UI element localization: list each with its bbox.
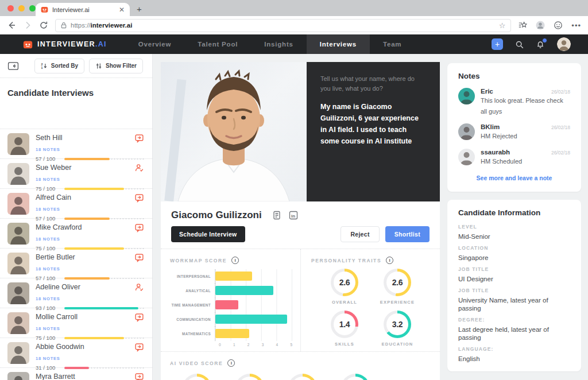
candidate-summary: Bertie Butler 18 NOTES 57 / 100	[36, 253, 144, 278]
info-field-value: Singapore	[458, 254, 570, 262]
browser-menu-icon[interactable]: •••	[571, 21, 581, 30]
nav-menu-item[interactable]: Talent Pool	[184, 34, 251, 54]
candidate-list-item[interactable]: Seth Hill 18 NOTES 57 / 100	[0, 129, 152, 159]
back-icon[interactable]	[7, 21, 16, 30]
reject-button[interactable]: Reject	[341, 226, 379, 242]
info-field: JOB TITLE University Name, latest year o…	[458, 288, 570, 312]
score-progress-track	[64, 277, 144, 280]
candidate-status[interactable]	[134, 133, 144, 143]
nav-menu-item[interactable]: Insights	[251, 34, 307, 54]
linkedin-icon[interactable]: in	[289, 211, 298, 220]
candidate-notes-count: 18 NOTES	[36, 177, 60, 182]
collapse-panel-icon[interactable]	[7, 61, 19, 71]
workmap-bar-fill	[215, 300, 238, 309]
candidate-score: 57 / 100	[36, 156, 60, 162]
show-filter-button[interactable]: Show Filter	[89, 59, 143, 73]
bookmark-star-icon[interactable]: ☆	[499, 22, 506, 29]
candidate-status[interactable]	[134, 312, 144, 322]
workmap-category-label: MATHEMATICS	[170, 332, 215, 336]
candidate-list-item[interactable]: Mike Crawford 18 NOTES 75 / 100	[0, 219, 152, 249]
info-field: LOCATION Singapore	[458, 245, 570, 262]
candidate-list-item[interactable]: Adeline Oliver 18 NOTES 93 / 100	[0, 278, 152, 308]
smiley-icon[interactable]	[554, 21, 563, 30]
see-more-link[interactable]: See more and leave a note	[458, 175, 570, 181]
maximize-window-button[interactable]	[29, 5, 36, 11]
workmap-bar-track	[215, 269, 292, 284]
info-field-value: University Name, latest year of passing	[458, 296, 570, 312]
candidate-name: Adeline Oliver	[36, 282, 80, 291]
bookmarks-list-icon[interactable]	[518, 21, 527, 30]
nav-menu-item[interactable]: Interviews	[307, 34, 370, 54]
url-field[interactable]: https://interviewer.ai ☆	[55, 19, 511, 32]
sorted-by-button[interactable]: 21 Sorted By	[34, 59, 84, 73]
workmap-bar-track	[215, 312, 292, 327]
notifications-button[interactable]	[536, 40, 545, 49]
brand-logo[interactable]: INTERVIEWER.AI	[0, 34, 117, 54]
candidate-name: Seth Hill	[36, 133, 63, 142]
workmap-score-title: WORKMAP SCORE	[170, 258, 227, 263]
personality-traits-title-row: PERSONALITY TRAITS i	[311, 257, 431, 264]
profile-icon[interactable]	[536, 21, 545, 30]
close-window-button[interactable]	[7, 5, 14, 11]
note-date: 26/02/18	[551, 125, 570, 130]
candidate-list: Seth Hill 18 NOTES 57 / 100 Sue Weber	[0, 129, 152, 380]
browser-tab[interactable]: Interviewer.ai ✕	[36, 3, 130, 16]
nav-menu-item[interactable]: Overview	[125, 34, 185, 54]
candidate-thumbnail	[7, 223, 29, 245]
search-icon[interactable]	[515, 40, 524, 49]
workmap-score-panel: WORKMAP SCORE i INTERPERSONAL ANALYTICAL…	[161, 249, 301, 351]
resume-icon[interactable]	[272, 211, 281, 220]
candidate-summary: Sue Weber 18 NOTES 75 / 100	[36, 163, 144, 188]
minimize-window-button[interactable]	[18, 5, 25, 11]
candidate-status[interactable]	[134, 253, 144, 262]
shortlist-button[interactable]: Shortlist	[385, 226, 430, 242]
info-icon[interactable]: i	[386, 257, 393, 264]
url-text: https://interviewer.ai	[71, 22, 132, 29]
interview-icon	[134, 253, 144, 262]
candidate-list-item[interactable]: Abbie Goodwin 18 NOTES 31 / 100	[0, 338, 152, 368]
right-rail: Notes Eric 26/02/18 This look great. Ple…	[447, 63, 581, 380]
new-tab-button[interactable]: +	[137, 5, 142, 13]
reload-icon[interactable]	[39, 21, 48, 30]
note-author-name: Eric	[481, 88, 493, 95]
candidate-summary: Abbie Goodwin 18 NOTES 31 / 100	[36, 342, 144, 367]
candidate-list-item[interactable]: Sue Weber 18 NOTES 75 / 100	[0, 159, 152, 189]
nav-menu-item[interactable]: Team	[370, 34, 415, 54]
candidate-status[interactable]	[134, 193, 144, 203]
candidate-notes-count: 18 NOTES	[36, 207, 60, 212]
user-avatar[interactable]	[557, 37, 571, 51]
candidate-status[interactable]	[134, 342, 144, 352]
candidate-list-item[interactable]: Alfred Cain 18 NOTES 57 / 100	[0, 189, 152, 219]
candidate-name: Mike Crawford	[36, 223, 82, 231]
forward-icon[interactable]	[23, 21, 32, 30]
candidate-list-item[interactable]: Bertie Butler 18 NOTES 57 / 100	[0, 249, 152, 278]
axis-tick-label: 0	[219, 343, 221, 347]
candidate-video-still[interactable]	[161, 62, 307, 201]
note-author-avatar	[458, 123, 475, 140]
interview-icon	[134, 193, 144, 203]
note-body: ssaurabh 26/02/18 HM Scheduled	[481, 149, 570, 166]
candidate-status[interactable]	[134, 163, 144, 173]
candidate-score-row: 57 / 100	[36, 215, 144, 222]
interview-icon	[134, 372, 144, 380]
candidate-summary: Myra Barrett	[36, 372, 144, 380]
candidate-status[interactable]	[134, 282, 144, 292]
candidate-score: 57 / 100	[36, 215, 60, 222]
candidate-score-row: 75 / 100	[36, 335, 144, 341]
axis-tick-label: 2	[247, 343, 250, 347]
add-button[interactable]: +	[492, 38, 503, 50]
info-icon[interactable]: i	[231, 257, 239, 264]
info-icon[interactable]: i	[227, 359, 235, 367]
schedule-interview-button[interactable]: Schedule Interview	[171, 226, 245, 242]
candidate-list-item[interactable]: Mollie Carroll 18 NOTES 75 / 100	[0, 308, 152, 338]
score-progress-fill	[64, 247, 124, 250]
show-filter-label: Show Filter	[106, 63, 137, 69]
window-controls[interactable]	[7, 5, 36, 11]
tab-close-icon[interactable]: ✕	[119, 6, 125, 13]
filter-icon	[95, 63, 102, 69]
candidate-status[interactable]	[134, 223, 144, 232]
candidate-status[interactable]	[134, 372, 144, 380]
candidate-thumbnail	[7, 163, 29, 185]
candidate-notes-count: 18 NOTES	[36, 266, 60, 272]
candidate-name: Sue Weber	[36, 163, 71, 172]
